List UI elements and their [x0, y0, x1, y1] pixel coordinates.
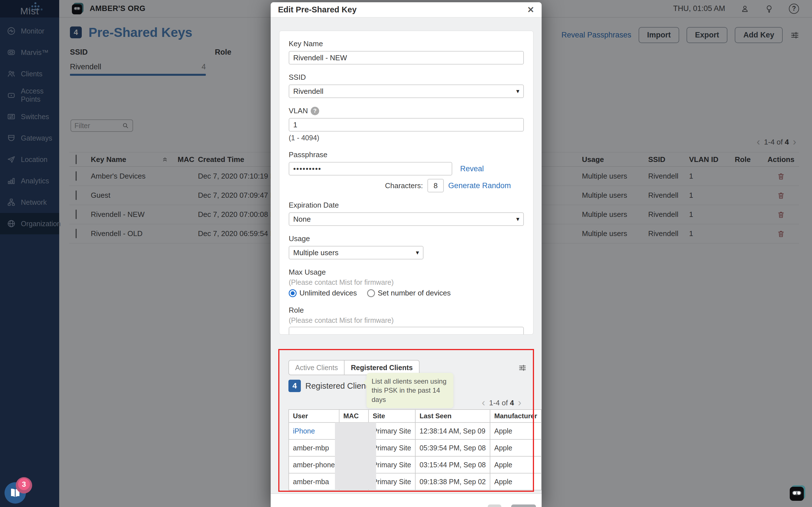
chevron-down-icon: ▾	[416, 249, 419, 256]
ssid-select-value: Rivendell	[293, 87, 323, 96]
expiration-date-value: None	[293, 215, 311, 224]
client-row: iPhone 6xx Primary Site 12:38:14 AM, Sep…	[289, 422, 541, 439]
edit-psk-modal: Edit Pre-Shared Key ✕ Key Name SSID Rive…	[271, 2, 542, 507]
key-name-field[interactable]	[289, 51, 524, 64]
unlimited-devices-radio[interactable]: Unlimited devices	[289, 289, 357, 297]
modal-header: Edit Pre-Shared Key ✕	[271, 2, 542, 17]
mac-redaction-box	[335, 422, 376, 490]
max-usage-hint: (Please contact Mist for firmware)	[289, 278, 524, 286]
modal-footer-button-primary[interactable]	[511, 504, 536, 507]
client-user: amber-mbp	[289, 439, 339, 456]
clients-table-settings-button[interactable]	[518, 363, 527, 374]
generate-random-link[interactable]: Generate Random	[448, 181, 511, 190]
app-root: Mist Monitor Marvis™ Clients Access Poin…	[0, 0, 812, 507]
expiration-date-select[interactable]: None ▾	[289, 212, 524, 226]
characters-label: Characters:	[385, 181, 423, 190]
tab-active-clients[interactable]: Active Clients	[289, 360, 344, 375]
key-name-label: Key Name	[289, 40, 524, 48]
role-label: Role	[289, 306, 524, 315]
modal-footer-button-secondary[interactable]	[488, 504, 501, 507]
chevron-down-icon: ▾	[516, 88, 519, 95]
expiration-date-label: Expiration Date	[289, 201, 524, 210]
vlan-field[interactable]	[289, 118, 524, 131]
header-mac: MAC	[339, 409, 368, 422]
set-number-of-devices-radio[interactable]: Set number of devices	[367, 289, 451, 297]
ssid-label: SSID	[289, 73, 524, 82]
client-last-seen: 09:18:38 PM, Sep 02	[415, 473, 490, 490]
usage-select[interactable]: Multiple users ▾	[289, 246, 423, 260]
chevron-left-icon[interactable]: ‹	[482, 398, 485, 408]
registered-clients-label: Registered Clients	[305, 381, 372, 391]
client-last-seen: 03:15:44 PM, Sep 08	[415, 456, 490, 473]
modal-footer	[271, 494, 542, 507]
client-manufacturer: Apple	[490, 456, 541, 473]
clients-pagination-text: 1-4 of 4	[489, 399, 514, 407]
radio-unselected-icon	[367, 289, 375, 297]
client-row: amber-phone dxx Primary Site 03:15:44 PM…	[289, 456, 541, 473]
modal-title: Edit Pre-Shared Key	[278, 5, 357, 14]
registered-clients-table: User MAC Site Last Seen Manufacturer iPh…	[289, 409, 542, 490]
registered-clients-count-badge: 4	[289, 380, 301, 392]
sliders-icon	[518, 363, 527, 372]
max-usage-label: Max Usage	[289, 268, 524, 277]
psk-form-panel: Key Name SSID Rivendell ▾ VLAN? (1 - 409…	[279, 31, 534, 335]
client-user: amber-mba	[289, 473, 339, 490]
client-row: amber-mbp axx Primary Site 05:39:54 PM, …	[289, 439, 541, 456]
close-icon[interactable]: ✕	[527, 6, 534, 14]
client-manufacturer: Apple	[490, 439, 541, 456]
header-last-seen: Last Seen	[415, 409, 490, 422]
clients-table-header: User MAC Site Last Seen Manufacturer	[289, 409, 541, 422]
notification-count-badge: 3	[18, 478, 30, 490]
marvis-assistant-button[interactable]	[790, 486, 804, 500]
clients-pagination: ‹ 1-4 of 4 ›	[482, 398, 521, 408]
chevron-down-icon: ▾	[516, 216, 519, 223]
client-manufacturer: Apple	[490, 473, 541, 490]
passphrase-field[interactable]	[289, 162, 452, 175]
client-row: amber-mba 6xx Primary Site 09:18:38 PM, …	[289, 473, 541, 490]
client-last-seen: 05:39:54 PM, Sep 08	[415, 439, 490, 456]
ssid-select[interactable]: Rivendell ▾	[289, 84, 524, 98]
vlan-range-hint: (1 - 4094)	[289, 134, 524, 142]
header-site: Site	[368, 409, 415, 422]
radio-selected-icon	[289, 289, 297, 297]
reveal-link[interactable]: Reveal	[460, 165, 484, 173]
vlan-label: VLAN	[289, 107, 308, 115]
vlan-help-icon[interactable]: ?	[311, 107, 319, 115]
clients-tooltip: List all clients seen using this PSK in …	[366, 373, 453, 408]
passphrase-label: Passphrase	[289, 151, 524, 159]
usage-label: Usage	[289, 234, 524, 243]
role-field[interactable]	[289, 327, 524, 335]
client-last-seen: 12:38:14 AM, Sep 09	[415, 422, 490, 439]
tab-registered-clients[interactable]: Registered Clients	[344, 360, 419, 375]
header-manufacturer: Manufacturer	[490, 409, 541, 422]
documentation-widget[interactable]: 3	[4, 482, 26, 504]
role-hint: (Please contact Mist for firmware)	[289, 316, 524, 325]
usage-value: Multiple users	[293, 248, 338, 257]
header-user: User	[289, 409, 339, 422]
characters-field[interactable]	[427, 179, 444, 192]
client-manufacturer: Apple	[490, 422, 541, 439]
chevron-right-icon[interactable]: ›	[518, 398, 521, 408]
client-user: amber-phone	[289, 456, 339, 473]
client-user-link[interactable]: iPhone	[293, 427, 315, 435]
